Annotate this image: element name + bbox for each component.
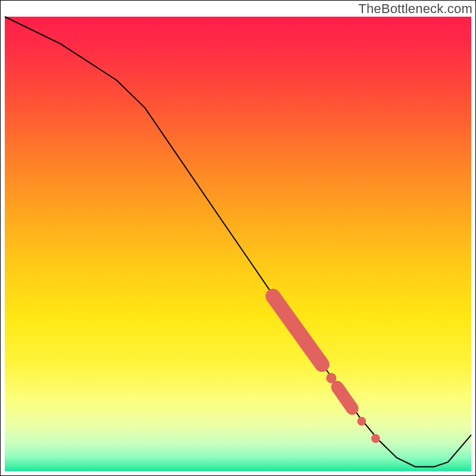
watermark-text: TheBottleneck.com <box>358 1 472 17</box>
chart-stage: TheBottleneck.com <box>0 0 476 476</box>
marker-dot <box>357 417 366 426</box>
bottleneck-chart <box>0 0 476 476</box>
marker-dot <box>371 434 380 443</box>
